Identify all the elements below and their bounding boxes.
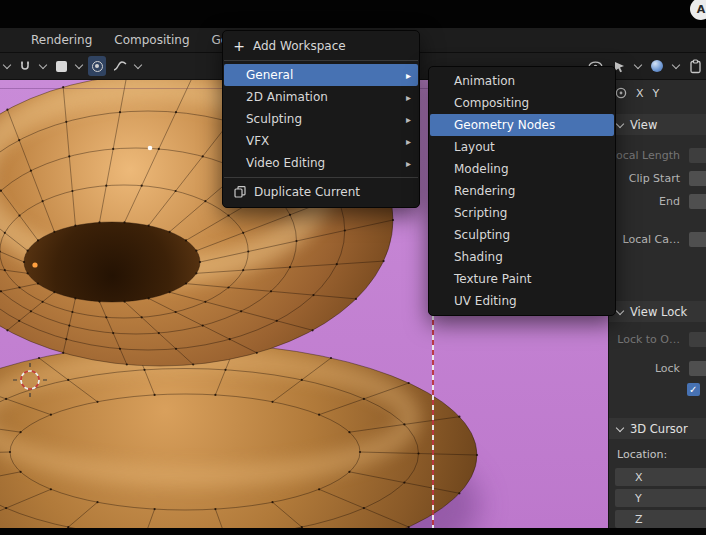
submenu-arrow-icon: ▸ [406, 158, 411, 169]
cursor-z-field[interactable]: Z [615, 510, 706, 528]
snap-target-icon [56, 61, 67, 72]
submenu-arrow-icon: ▸ [406, 114, 411, 125]
clipboard-button[interactable] [686, 56, 704, 76]
menu-item-sculpting[interactable]: Sculpting ▸ [224, 108, 418, 130]
submenu-item-uv-editing[interactable]: UV Editing [430, 290, 614, 312]
snap-magnet-button[interactable] [16, 56, 34, 76]
blender-window: A Rendering Compositing Geon [0, 0, 706, 535]
viewport-sidebar: X Y View Focal Length Clip Start End Loc… [608, 80, 706, 528]
row-clip-end: End [609, 192, 706, 212]
row-lock-to-object: Lock to O… [609, 330, 706, 350]
proportional-editing-button[interactable] [88, 56, 106, 76]
bottom-edge [0, 528, 706, 535]
topbar: A [0, 0, 706, 28]
workspace-tab-compositing[interactable]: Compositing [103, 30, 200, 50]
submenu-item-compositing[interactable]: Compositing [430, 92, 614, 114]
menu-item-duplicate-current[interactable]: Duplicate Current [224, 181, 418, 203]
menu-separator [224, 177, 418, 178]
snap-target-button[interactable] [52, 56, 70, 76]
submenu-item-animation[interactable]: Animation [430, 70, 614, 92]
cursor-y-field[interactable]: Y [615, 489, 706, 507]
y-field-label: Y [635, 492, 642, 505]
panel-title: 3D Cursor [630, 422, 688, 436]
shading-chevron-icon[interactable] [672, 62, 680, 70]
snap-options-chevron-icon[interactable] [39, 62, 47, 70]
collapse-chevron-icon [616, 308, 624, 316]
magnet-icon [19, 60, 31, 72]
clip-start-field[interactable] [689, 171, 706, 186]
collapse-chevron-icon [616, 121, 624, 129]
axis-y-button[interactable]: Y [653, 87, 660, 100]
falloff-curve-icon [113, 60, 127, 72]
local-camera-field[interactable] [689, 232, 706, 247]
region-divider-dashed-line [432, 310, 434, 528]
row-clip-start: Clip Start [609, 169, 706, 189]
gizmo-axis-row: X Y [609, 80, 706, 106]
submenu-item-texture-paint[interactable]: Texture Paint [430, 268, 614, 290]
viewport-shading-button[interactable] [648, 56, 666, 76]
add-workspace-menu: + Add Workspace General ▸ 2D Animation ▸… [222, 30, 420, 208]
lock-field[interactable] [689, 361, 706, 376]
menu-title-add-workspace: + Add Workspace [223, 35, 419, 57]
donut-hole [24, 222, 200, 302]
selected-vertex[interactable] [148, 146, 153, 151]
submenu-item-geometry-nodes[interactable]: Geometry Nodes [430, 114, 614, 136]
cursor-x-field[interactable]: X [615, 468, 706, 486]
submenu-item-sculpting[interactable]: Sculpting [430, 224, 614, 246]
panel-title: View [630, 118, 657, 132]
proportional-editing-icon [92, 61, 103, 72]
menu-item-vfx[interactable]: VFX ▸ [224, 130, 418, 152]
lock-checkbox[interactable] [687, 383, 700, 396]
workspace-tab-rendering[interactable]: Rendering [20, 30, 103, 50]
falloff-chevron-icon[interactable] [134, 62, 142, 70]
row-local-camera: Local Ca… [609, 230, 706, 250]
clipboard-icon [689, 59, 702, 74]
menu-item-2d-animation[interactable]: 2D Animation ▸ [224, 86, 418, 108]
submenu-arrow-icon: ▸ [406, 136, 411, 147]
submenu-item-layout[interactable]: Layout [430, 136, 614, 158]
axis-x-button[interactable]: X [636, 87, 644, 100]
menu-item-general[interactable]: General ▸ [224, 64, 418, 86]
focal-length-field[interactable] [689, 148, 706, 163]
submenu-item-shading[interactable]: Shading [430, 246, 614, 268]
menu-title-label: Add Workspace [253, 39, 346, 53]
submenu-item-rendering[interactable]: Rendering [430, 180, 614, 202]
panel-header-3d-cursor[interactable]: 3D Cursor [609, 418, 706, 439]
gizmo-chevron-icon[interactable] [634, 62, 642, 70]
submenu-item-modeling[interactable]: Modeling [430, 158, 614, 180]
shading-sphere-icon [651, 60, 663, 72]
viewport-header-tools [0, 56, 142, 76]
submenu-arrow-icon: ▸ [406, 70, 411, 81]
location-label: Location: [617, 448, 667, 461]
panel-header-view[interactable]: View [609, 114, 706, 135]
gizmo-icon [615, 87, 627, 99]
clip-end-field[interactable] [689, 194, 706, 209]
collapse-chevron-icon [616, 425, 624, 433]
plus-icon: + [233, 38, 245, 54]
row-focal-length: Focal Length [609, 146, 706, 166]
menu-item-video-editing[interactable]: Video Editing ▸ [224, 152, 418, 174]
snap-target-chevron-icon[interactable] [75, 62, 83, 70]
menu-separator [224, 60, 418, 61]
panel-title: View Lock [630, 305, 687, 319]
row-lock: Lock [609, 359, 706, 379]
submenu-arrow-icon: ▸ [406, 92, 411, 103]
editor-type-chevron-icon[interactable] [3, 62, 11, 70]
general-templates-submenu: Animation Compositing Geometry Nodes Lay… [428, 66, 616, 316]
panel-header-view-lock[interactable]: View Lock [609, 301, 706, 322]
account-badge[interactable]: A [690, 0, 706, 20]
falloff-button[interactable] [111, 56, 129, 76]
duplicate-icon [234, 186, 246, 198]
x-field-label: X [635, 471, 643, 484]
object-origin [32, 262, 37, 267]
lock-to-object-field[interactable] [689, 332, 706, 347]
z-field-label: Z [635, 513, 643, 526]
submenu-item-scripting[interactable]: Scripting [430, 202, 614, 224]
